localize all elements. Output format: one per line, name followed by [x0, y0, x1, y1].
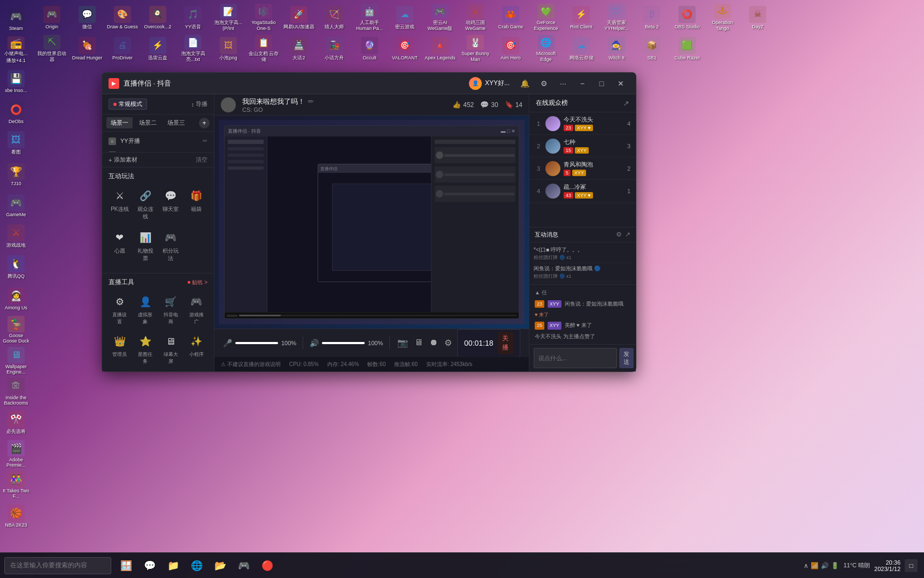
sidebar-icon-steam[interactable]: 🎮 Steam [1, 4, 31, 34]
speaker-slider[interactable] [322, 342, 365, 344]
taskbar-search[interactable]: 在这里输入你要搜索的内容 [4, 557, 111, 574]
desktop-icon-riot[interactable]: ⚡ Riot Client [564, 2, 599, 33]
sidebar-icon-gameme[interactable]: 🎮 GameMe [1, 191, 31, 220]
taskbar-chat-icon[interactable]: 💬 [139, 555, 160, 576]
sidebar-icon-deobs[interactable]: ⭕ DeObs [1, 97, 31, 127]
maximize-button[interactable]: □ [593, 76, 610, 91]
desktop-icon-xpng[interactable]: 🖼 小泡png [211, 33, 246, 64]
sticker-button[interactable]: 贴纸 > [188, 279, 207, 286]
mic-slider[interactable] [235, 342, 278, 344]
network-icon[interactable]: 📶 [811, 562, 819, 569]
mode-tag[interactable]: 常规模式 [109, 98, 147, 110]
sidebar-icon-kantu[interactable]: 🖼 看图 [1, 128, 31, 158]
add-material-button[interactable]: + 添加素材 [109, 156, 137, 164]
sidebar-icon-amongus[interactable]: 🧑‍🚀 Among Us [1, 284, 31, 314]
desktop-icon-prodriver[interactable]: 🖨 ProDriver [105, 33, 140, 64]
desktop-icon-apex[interactable]: 🔺 Apex Legends [422, 33, 458, 64]
tool-manager[interactable]: 👑 管理员 [109, 331, 131, 367]
interaction-points[interactable]: 🎮 积分玩法 [160, 227, 182, 264]
scene-tab-3[interactable]: 场景三 [163, 117, 189, 128]
expand-tray-icon[interactable]: ∧ [804, 562, 808, 569]
tool-game-promo[interactable]: 🎮 游戏推广 [185, 291, 207, 328]
close-button[interactable]: ✕ [612, 76, 629, 91]
taskbar-security-icon[interactable]: 🔴 [257, 555, 278, 576]
chat-input[interactable] [534, 348, 617, 368]
interaction-pk[interactable]: ⚔ PK连线 [109, 185, 131, 223]
desktop-icon-dayz[interactable]: ☠ DayZ [740, 2, 775, 33]
speaker-icon[interactable]: 🔊 [310, 339, 319, 347]
source-item-yy[interactable]: ○ YY开播 ✏ [102, 134, 214, 148]
tool-avatar[interactable]: 👤 虚拟形象 [134, 291, 157, 328]
desktop-icon-occult[interactable]: 🔮 Occult [352, 33, 387, 64]
desktop-icon-aimhero[interactable]: 🎯 Aim Hero [493, 33, 528, 64]
desktop-icon-cuberazer[interactable]: 🟩 Cube Razer [669, 33, 705, 64]
desktop-icon-wegame[interactable]: 🎮 密云AI WeGame版 [422, 2, 458, 33]
sidebar-icon-youzhan[interactable]: ⚔ 游戏战地 [1, 222, 31, 252]
settings-icon[interactable]: ⚙ [535, 76, 552, 91]
mic-icon[interactable]: 🎤 [223, 339, 232, 347]
desktop-icon-valorant[interactable]: 🎯 VALORANT [387, 33, 422, 64]
taskbar-browser-icon[interactable]: 🌐 [186, 555, 207, 576]
desktop-icon-drawguess[interactable]: 🎨 Draw & Guess [105, 2, 140, 33]
chat-send-button[interactable]: 发送 [619, 348, 634, 368]
interaction-audience[interactable]: 🔗 观众连线 [134, 185, 157, 223]
minimize-button[interactable]: − [574, 76, 591, 91]
sound-icon[interactable]: 🔊 [821, 562, 829, 569]
desktop-icon-yy[interactable]: 🎵 YY语音 [175, 2, 211, 33]
desktop-icon-overcook[interactable]: 🍳 Overcook...2 [140, 2, 175, 33]
desktop-icon-sanguo[interactable]: ⚔ 动鸡三国 WeGame [458, 2, 493, 33]
taskbar-files-icon[interactable]: 📂 [210, 555, 231, 576]
scene-tab-2[interactable]: 场景二 [135, 117, 161, 128]
battery-icon[interactable]: 🔋 [831, 562, 839, 569]
taskbar-explorer-icon[interactable]: 📁 [163, 555, 184, 576]
scene-add-button[interactable]: + [199, 118, 210, 128]
end-live-button[interactable]: 关播 [498, 332, 513, 354]
desktop-icon-xunlei[interactable]: ⚡ 迅雷云盘 [140, 33, 175, 64]
sidebar-icon-7j10[interactable]: 🏆 7J10 [1, 159, 31, 189]
sidebar-icon-nba2k23[interactable]: 🏀 NBA 2K23 [1, 501, 31, 531]
show-desktop-button[interactable]: □ [905, 559, 918, 572]
desktop-icon-wangyiuu[interactable]: 🚀 网易UU加速器 [281, 2, 317, 33]
scene-tab-1[interactable]: 场景一 [106, 117, 133, 128]
desktop-icon-optango[interactable]: 🕹 Operation Tango [705, 2, 740, 33]
interaction-wish[interactable]: ❤ 心愿 [109, 227, 131, 264]
tool-settings[interactable]: ⚙ 直播设置 [109, 291, 131, 328]
desktop-icon-geforce[interactable]: 💚 GeForce Experience [528, 2, 564, 33]
desktop-icon-dreadhunger[interactable]: 🍖 Dread Hunger [70, 33, 105, 64]
interaction-giftvote[interactable]: 📊 礼物投票 [134, 227, 157, 264]
desktop-icon-mc[interactable]: ⛏ 我的世界启动器 [34, 33, 70, 64]
clear-button[interactable]: 清空 [196, 156, 207, 164]
desktop-icon-dahua[interactable]: 🏯 大话2 [281, 33, 317, 64]
desktop-icon-jinshan[interactable]: 📋 金山文档 云存储 [246, 33, 281, 64]
sidebar-icon-xbe[interactable]: 💾 xbe Inso... [1, 66, 31, 96]
stream-title-edit[interactable]: ✏ [308, 97, 314, 105]
settings-small-icon[interactable]: ⚙ [443, 337, 453, 349]
tool-greenscreen[interactable]: 🖥 绿幕大屏 [160, 331, 182, 367]
tool-ecommerce[interactable]: 🛒 抖音电商 [160, 291, 182, 328]
sidebar-icon-backrooms[interactable]: 🏚 Inside the Backrooms [1, 377, 31, 407]
taskbar-start-button[interactable]: 🪟 [116, 555, 137, 576]
interaction-expand-icon[interactable]: ↗ [625, 231, 630, 238]
desktop-icon-beta2[interactable]: β Beta 2 [634, 2, 669, 33]
desktop-icon-yoga[interactable]: 🎼 YogaStudio One-S [246, 2, 281, 33]
sidebar-icon-adobe[interactable]: 🎬 Adobe Premie... [1, 439, 31, 469]
desktop-icon-yyhelper[interactable]: 🛡 天盾管家 YYHelper... [599, 2, 634, 33]
desktop-icon-humanpa[interactable]: 🤖 人工助手 Human Pa... [352, 2, 387, 33]
interaction-chat[interactable]: 💬 聊天室 [160, 185, 182, 223]
desktop-icon-wechat[interactable]: 💬 微信 [70, 2, 105, 33]
desktop-icon-paopao2[interactable]: 📄 泡泡文字高亮...txt [175, 33, 211, 64]
sidebar-icon-wallpaper[interactable]: 🖥 Wallpaper Engine... [1, 346, 31, 376]
desktop-icon-xiaohua[interactable]: 🚂 小话方舟 [317, 33, 352, 64]
sidebar-icon-qq[interactable]: 🐧 腾讯QQ [1, 253, 31, 283]
taskbar-game-icon[interactable]: 🎮 [233, 555, 255, 576]
desktop-icon-origin[interactable]: 🎮 Origin [34, 2, 70, 33]
record-icon[interactable]: ⏺ [428, 337, 439, 349]
source-edit-yy[interactable]: ✏ [203, 138, 207, 144]
sidebar-icon-xiaozhu[interactable]: 📻 小猪声电...播放+4.1 [1, 35, 31, 65]
sidebar-icon-gooseduck[interactable]: 🦆 Goose Goose Duck [1, 315, 31, 345]
interaction-settings-icon[interactable]: ⚙ [616, 231, 622, 238]
more-icon[interactable]: ··· [555, 76, 572, 91]
tool-miniapp[interactable]: ✨ 小程序 [185, 331, 207, 367]
guide-button[interactable]: ↕ 导播 [191, 100, 208, 108]
desktop-icon-crabgame[interactable]: 🦀 Crab Game [493, 2, 528, 33]
